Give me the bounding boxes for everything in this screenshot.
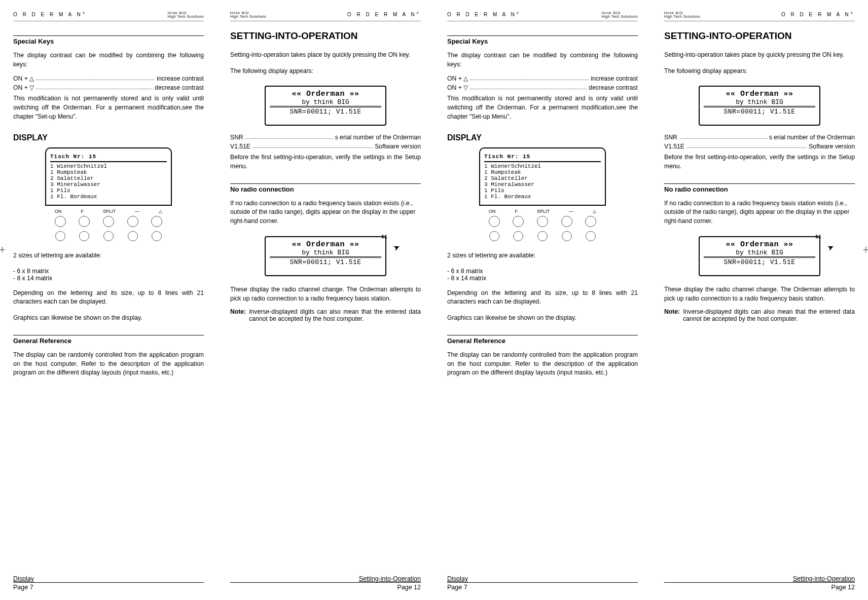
page-7a: + O R D E R M A N® think BIGHigh Tech So… bbox=[0, 0, 217, 600]
row-decrease: ON + ▽decrease contrast bbox=[13, 84, 204, 91]
brand: O R D E R M A N® bbox=[781, 12, 855, 17]
heading-noradio: No radio connection bbox=[230, 183, 421, 193]
para-perm: This modification is not permanently sto… bbox=[13, 94, 204, 121]
para-appears: The following display appears: bbox=[230, 67, 421, 76]
tagline: think BIGHigh Tech Solutions bbox=[230, 11, 266, 18]
heading-special-keys: Special Keys bbox=[447, 35, 638, 45]
device-illustration: Tisch Nr: 15 1 WienerSchnitzel 1 Rumpste… bbox=[479, 147, 606, 244]
row-snr: SNRs erial number of the Orderman bbox=[230, 134, 421, 141]
arrow-icon: ➤ bbox=[825, 240, 837, 255]
crop-mark: + bbox=[862, 243, 868, 256]
crop-mark: + bbox=[0, 243, 6, 256]
row-ver: V1.51ESoftware version bbox=[230, 143, 421, 150]
brand: O R D E R M A N® bbox=[13, 12, 87, 17]
brand: O R D E R M A N® bbox=[447, 12, 521, 17]
header: think BIGHigh Tech Solutions O R D E R M… bbox=[230, 8, 421, 21]
para-intro: Setting-into-operation takes place by qu… bbox=[230, 51, 421, 60]
button-labels: ONFSPLIT—△ bbox=[45, 206, 172, 215]
para-sizes: 2 sizes of lettering are available: bbox=[13, 251, 204, 260]
size-list: 6 x 8 matrix 8 x 14 matrix bbox=[13, 268, 204, 282]
note: Note:Inverse-displayed digits can also m… bbox=[230, 308, 421, 322]
tagline: think BIGHigh Tech Solutions bbox=[602, 11, 638, 18]
para-lines: Depending on the lettering and its size,… bbox=[13, 289, 204, 307]
header: O R D E R M A N® think BIGHigh Tech Solu… bbox=[13, 8, 204, 21]
header: think BIGHigh Tech Solutions O R D E R M… bbox=[664, 8, 855, 21]
footer: Setting-into-Operation Page 12 bbox=[230, 575, 421, 591]
heading-display: DISPLAY bbox=[13, 133, 204, 142]
page-12a: think BIGHigh Tech Solutions O R D E R M… bbox=[217, 0, 434, 600]
page-12b: think BIGHigh Tech Solutions O R D E R M… bbox=[651, 0, 868, 600]
para-change: These display the radio channel change. … bbox=[230, 285, 421, 303]
para-gfx: Graphics can likewise be shown on the di… bbox=[13, 314, 204, 323]
para-general: The display can be randomly controlled f… bbox=[13, 351, 204, 378]
lcd-1: «« Orderman »» by think BIG SNR=00011; V… bbox=[265, 86, 386, 126]
lcd-2: 11 ➤ «« Orderman »» by think BIG SNR=000… bbox=[265, 236, 386, 276]
footer: Display Page 7 bbox=[13, 575, 204, 591]
device-illustration: Tisch Nr: 15 1 WienerSchnitzel 1 Rumpste… bbox=[45, 147, 172, 244]
header: O R D E R M A N® think BIGHigh Tech Solu… bbox=[447, 8, 638, 21]
screen-title: Tisch Nr: 15 bbox=[50, 154, 167, 162]
para-noradio: If no radio connection to a radio freque… bbox=[230, 199, 421, 226]
tagline: think BIGHigh Tech Solutions bbox=[168, 11, 204, 18]
para-before: Before the first setting-into-operation,… bbox=[230, 153, 421, 171]
page-title: SETTING-INTO-OPERATION bbox=[230, 30, 421, 42]
para-contrast: The display contrast can be modified by … bbox=[13, 51, 204, 69]
arrow-icon: ➤ bbox=[391, 240, 403, 255]
heading-special-keys: Special Keys bbox=[13, 35, 204, 45]
row-increase: ON + △increase contrast bbox=[13, 75, 204, 82]
page-7b: O R D E R M A N® think BIGHigh Tech Solu… bbox=[434, 0, 651, 600]
screen-content: 1 WienerSchnitzel 1 Rumpsteak 2 Salattel… bbox=[50, 163, 167, 200]
tagline: think BIGHigh Tech Solutions bbox=[664, 11, 700, 18]
heading-general: General Reference bbox=[13, 335, 204, 345]
brand: O R D E R M A N® bbox=[347, 12, 421, 17]
